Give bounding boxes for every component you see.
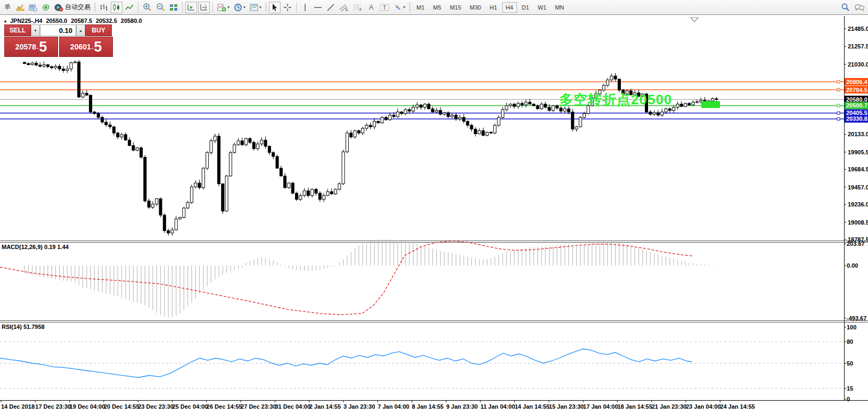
level-price-label-text: 20704.5 <box>846 87 867 93</box>
volume-decrease-button[interactable]: ▼ <box>31 24 40 36</box>
candle-bear <box>105 122 108 125</box>
chevron-down-icon: ▾ <box>227 5 230 10</box>
zoom-in-icon[interactable] <box>141 2 153 13</box>
text-icon[interactable]: A <box>365 2 377 13</box>
candle-bull <box>435 110 438 112</box>
candle-bull <box>354 131 356 137</box>
autotrade-button[interactable]: 自动交易 <box>53 2 92 13</box>
timeframe-M5[interactable]: M5 <box>429 2 445 13</box>
toolbar-grip <box>94 3 96 12</box>
candle-bull <box>583 113 586 117</box>
buy-price[interactable]: 20601 . 5 <box>59 37 113 57</box>
bar-chart-icon[interactable] <box>98 2 110 13</box>
market-watch-icon[interactable] <box>14 2 26 13</box>
candle-bear <box>330 192 333 194</box>
candle-bear <box>23 62 26 63</box>
candle-bull <box>245 138 248 145</box>
alerts-icon[interactable] <box>40 2 52 13</box>
chevron-down-icon: ▾ <box>243 5 245 10</box>
auto-scroll-icon[interactable] <box>185 2 197 13</box>
candle-bull <box>517 103 520 106</box>
candle-bear <box>529 102 531 104</box>
candle-bear <box>544 104 547 107</box>
timeframe-D1[interactable]: D1 <box>518 2 533 13</box>
level-price-label-text: 20330.8 <box>846 115 867 122</box>
candle-bull <box>233 145 236 153</box>
timeframe-MN[interactable]: MN <box>551 2 568 13</box>
collapse-chart-icon[interactable]: ▲ <box>3 19 7 23</box>
periods-button[interactable]: ▾ <box>232 2 247 13</box>
volume-increase-button[interactable]: ▲ <box>76 24 85 36</box>
candle-bear <box>268 146 271 153</box>
navigator-icon[interactable] <box>27 2 39 13</box>
timeframe-H1[interactable]: H1 <box>486 2 501 13</box>
cursor-icon[interactable] <box>269 2 281 13</box>
timeframe-H4[interactable]: H4 <box>502 2 517 13</box>
candle-bear <box>482 131 485 136</box>
timeframe-M15[interactable]: M15 <box>446 2 465 13</box>
candle-bull <box>373 121 376 127</box>
toolbar-grip <box>265 3 267 12</box>
buy-price-dot: . <box>92 43 93 51</box>
candle-bear <box>39 65 42 66</box>
fibonacci-icon[interactable]: F <box>351 2 364 13</box>
timeframe-M30[interactable]: M30 <box>466 2 485 13</box>
ohlc-high: 20587.5 <box>71 18 92 24</box>
vertical-line-icon[interactable] <box>299 2 311 13</box>
candle-bull <box>183 208 185 218</box>
search-icon[interactable] <box>839 2 851 13</box>
candle-bull <box>175 219 177 230</box>
chat-icon[interactable] <box>853 2 866 13</box>
timeframe-W1[interactable]: W1 <box>534 2 551 13</box>
chart-shift-marker[interactable] <box>691 18 698 22</box>
candle-bull <box>365 125 368 128</box>
candle-bull <box>288 183 290 188</box>
candle-bull <box>389 115 391 120</box>
candle-bull <box>171 230 174 233</box>
trendline-icon[interactable] <box>325 2 337 13</box>
candle-bull <box>206 153 209 168</box>
equidistant-channel-icon[interactable]: E <box>338 2 350 13</box>
candle-bear <box>521 103 523 105</box>
candle-bear <box>78 62 80 97</box>
chart-shift-icon[interactable] <box>198 2 210 13</box>
sell-price[interactable]: 20578 . 5 <box>4 37 58 57</box>
chart-canvas[interactable]: 21485.021257.521030.020133.019905.519684… <box>0 0 868 414</box>
volume-input[interactable] <box>40 24 76 36</box>
candle-bull <box>136 148 138 150</box>
candle-bull <box>214 136 216 141</box>
templates-button[interactable]: ▾ <box>248 2 263 13</box>
candle-bear <box>513 104 515 106</box>
candlestick-icon[interactable] <box>111 2 122 13</box>
line-handle[interactable] <box>837 112 840 114</box>
line-chart-icon[interactable] <box>124 2 135 13</box>
timeframe-M1[interactable]: M1 <box>413 2 428 13</box>
zoom-out-icon[interactable] <box>154 2 167 13</box>
text-label-icon[interactable]: T <box>378 2 391 13</box>
price-tick-label: 19905.5 <box>848 149 868 155</box>
time-axis-label: 14 Jan 14:55 <box>515 403 550 410</box>
tile-windows-icon[interactable] <box>168 2 179 13</box>
candle-bear <box>35 63 37 65</box>
candle-bull <box>225 176 228 211</box>
line-handle[interactable] <box>837 104 840 107</box>
line-handle[interactable] <box>837 80 840 83</box>
sell-button[interactable]: SELL <box>4 24 31 36</box>
crosshair-icon[interactable] <box>282 2 293 13</box>
time-axis-label: 8 Jan 14:55 <box>412 403 444 410</box>
line-handle[interactable] <box>837 88 840 91</box>
arrows-button[interactable]: ▾ <box>392 2 407 13</box>
candle-bear <box>112 127 115 133</box>
buy-button[interactable]: BUY <box>85 24 112 36</box>
indicators-button[interactable]: ▾ <box>216 2 231 13</box>
candle-bull <box>501 110 504 118</box>
candle-bear <box>420 105 422 107</box>
candle-bull <box>451 115 454 117</box>
candle-bear <box>97 113 100 117</box>
horizontal-line-icon[interactable] <box>312 2 324 13</box>
candle-bull <box>229 153 232 176</box>
new-order-button[interactable]: 单 <box>2 2 13 13</box>
candle-bull <box>661 112 664 115</box>
line-handle[interactable] <box>837 118 840 120</box>
highlight-box[interactable] <box>701 101 720 108</box>
